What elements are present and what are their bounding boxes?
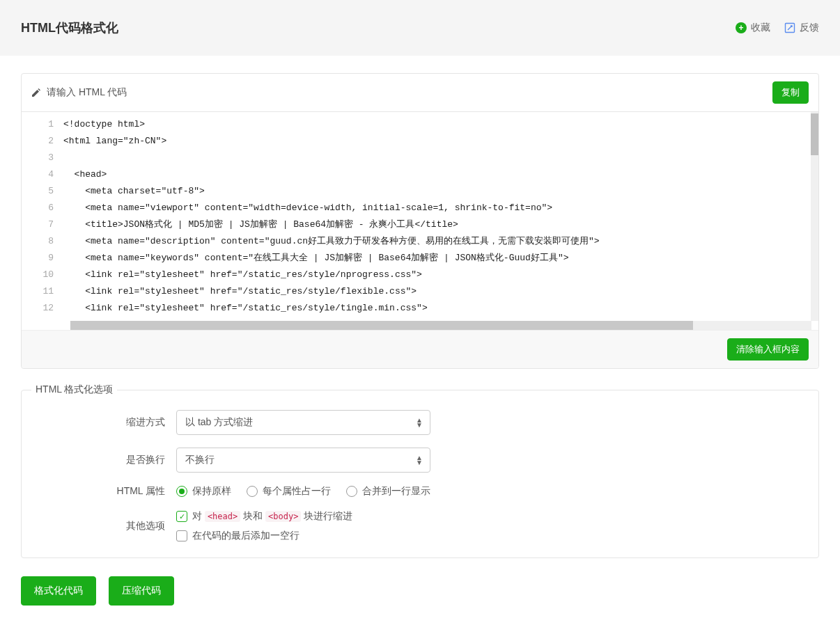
- clear-input-button[interactable]: 清除输入框内容: [727, 338, 809, 361]
- compose-icon: [784, 22, 795, 33]
- head-tag: <head>: [205, 511, 240, 522]
- input-panel-title: 请输入 HTML 代码: [47, 86, 127, 99]
- feedback-link[interactable]: 反馈: [784, 22, 819, 34]
- radio-label: 合并到一行显示: [362, 485, 430, 498]
- horizontal-scroll-thumb[interactable]: [70, 321, 693, 330]
- favorite-label: 收藏: [751, 22, 770, 34]
- wrap-select-value: 不换行: [185, 454, 215, 466]
- attr-radio-merge[interactable]: 合并到一行显示: [346, 485, 430, 498]
- indent-select-value: 以 tab 方式缩进: [185, 416, 253, 429]
- checkbox-icon: ✓: [176, 511, 187, 522]
- checkbox-label: 对 <head> 块和 <body> 块进行缩进: [192, 510, 352, 523]
- line-gutter: 123456789101112: [22, 112, 63, 321]
- format-options-fieldset: HTML 格式化选项 缩进方式 以 tab 方式缩进 ▲▼ 是否换行 不换行 ▲…: [21, 390, 819, 558]
- header-actions: + 收藏 反馈: [736, 22, 819, 34]
- checkbox-icon: [176, 530, 187, 541]
- indent-select[interactable]: 以 tab 方式缩进 ▲▼: [176, 410, 430, 435]
- attr-radio-keep[interactable]: 保持原样: [176, 485, 231, 498]
- radio-icon: [247, 486, 258, 497]
- wrap-select[interactable]: 不换行 ▲▼: [176, 448, 430, 473]
- wrap-label: 是否换行: [37, 454, 176, 466]
- radio-icon: [346, 486, 357, 497]
- other-label: 其他选项: [37, 520, 176, 532]
- vertical-scroll-thumb[interactable]: [811, 113, 818, 155]
- favorite-link[interactable]: + 收藏: [736, 22, 770, 34]
- input-panel: 请输入 HTML 代码 复制 123456789101112 <!doctype…: [21, 73, 819, 369]
- body-tag: <body>: [265, 511, 301, 522]
- format-button[interactable]: 格式化代码: [21, 576, 96, 606]
- code-content[interactable]: <!doctype html><html lang="zh-CN"> <head…: [63, 112, 811, 321]
- radio-icon: [176, 486, 187, 497]
- feedback-label: 反馈: [800, 22, 819, 34]
- horizontal-scrollbar[interactable]: [70, 321, 811, 330]
- check-indent-head-body[interactable]: ✓ 对 <head> 块和 <body> 块进行缩进: [176, 510, 352, 523]
- indent-label: 缩进方式: [37, 416, 176, 429]
- minify-button[interactable]: 压缩代码: [109, 576, 174, 606]
- plus-icon: +: [736, 22, 747, 33]
- radio-label: 保持原样: [192, 485, 231, 498]
- checkbox-label: 在代码的最后添加一空行: [192, 530, 300, 542]
- attr-radio-perline[interactable]: 每个属性占一行: [247, 485, 331, 498]
- select-arrows-icon: ▲▼: [416, 455, 423, 465]
- radio-label: 每个属性占一行: [263, 485, 331, 498]
- attr-label: HTML 属性: [37, 485, 176, 498]
- page-title: HTML代码格式化: [21, 19, 118, 36]
- fieldset-legend: HTML 格式化选项: [31, 383, 117, 396]
- copy-button[interactable]: 复制: [772, 81, 809, 104]
- code-editor[interactable]: 123456789101112 <!doctype html><html lan…: [22, 112, 818, 321]
- select-arrows-icon: ▲▼: [416, 418, 423, 427]
- vertical-scrollbar[interactable]: [811, 112, 818, 321]
- pencil-icon: [31, 88, 41, 97]
- check-blankline[interactable]: 在代码的最后添加一空行: [176, 530, 300, 542]
